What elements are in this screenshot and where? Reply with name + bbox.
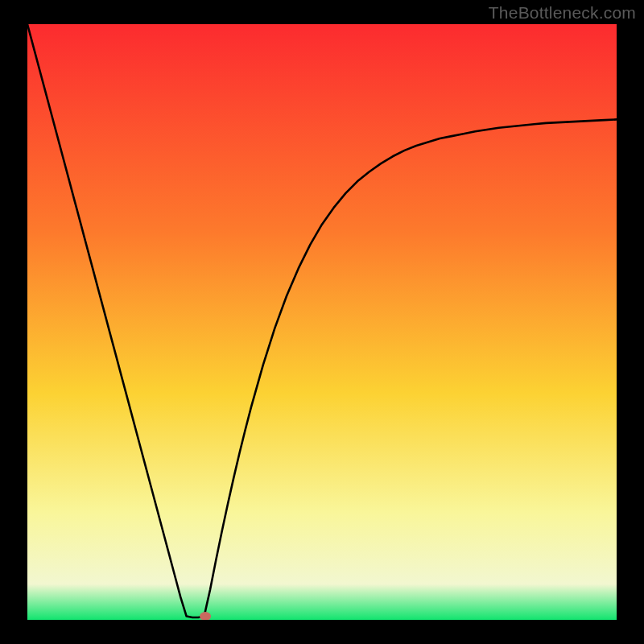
chart-frame: TheBottleneck.com bbox=[0, 0, 644, 644]
gradient-background bbox=[27, 24, 617, 620]
plot-container bbox=[27, 24, 617, 620]
watermark-text: TheBottleneck.com bbox=[489, 3, 636, 23]
chart-svg bbox=[27, 24, 617, 620]
plot-area bbox=[27, 24, 617, 620]
